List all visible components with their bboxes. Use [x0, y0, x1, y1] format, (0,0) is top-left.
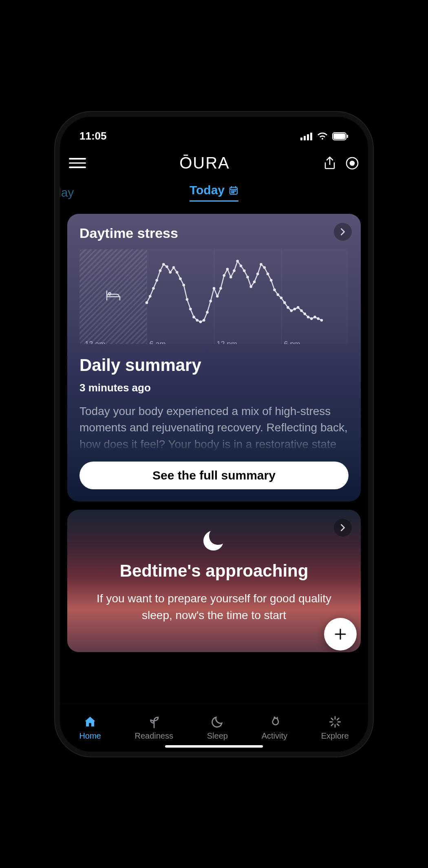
svg-rect-6 — [347, 135, 348, 138]
svg-point-67 — [317, 317, 320, 320]
battery-icon — [332, 132, 349, 140]
tab-label: Activity — [262, 731, 287, 741]
card-forward-button[interactable] — [334, 223, 352, 241]
x-label: 6 pm — [284, 340, 300, 344]
tab-home[interactable]: Home — [79, 715, 101, 741]
svg-point-55 — [276, 293, 279, 296]
svg-point-24 — [172, 266, 175, 269]
svg-point-11 — [233, 191, 234, 191]
svg-point-35 — [209, 300, 212, 302]
menu-button[interactable] — [69, 158, 86, 168]
svg-point-30 — [192, 315, 195, 318]
svg-point-25 — [176, 271, 179, 273]
svg-point-50 — [260, 263, 263, 266]
bedtime-title: Bedtime's approaching — [79, 561, 349, 581]
cellular-icon — [300, 132, 313, 140]
svg-point-28 — [186, 298, 189, 301]
svg-point-59 — [290, 309, 293, 312]
tab-readiness[interactable]: Readiness — [135, 715, 173, 741]
svg-point-57 — [283, 301, 286, 304]
add-button[interactable] — [324, 618, 357, 650]
svg-point-65 — [310, 317, 313, 320]
svg-point-29 — [189, 308, 192, 311]
svg-point-46 — [246, 275, 249, 278]
tab-label: Home — [79, 731, 101, 741]
svg-point-26 — [179, 277, 182, 280]
svg-point-60 — [293, 308, 296, 311]
svg-point-63 — [303, 312, 306, 315]
x-label: 12 pm — [217, 340, 237, 344]
svg-point-48 — [253, 280, 256, 283]
svg-point-44 — [240, 264, 243, 267]
share-icon[interactable] — [323, 156, 336, 170]
stress-chart: 12 am 6 am 12 pm 6 pm — [79, 249, 349, 344]
svg-point-36 — [213, 287, 216, 290]
plus-icon — [333, 627, 348, 642]
svg-point-51 — [263, 266, 266, 269]
svg-point-37 — [216, 295, 219, 297]
home-indicator[interactable] — [165, 745, 263, 748]
svg-rect-1 — [304, 136, 306, 140]
see-full-summary-button[interactable]: See the full summary — [79, 462, 349, 489]
tab-activity[interactable]: Activity — [262, 715, 287, 741]
phone-frame: 11:05 ŌURA rday Today — [55, 112, 373, 757]
tab-bar: Home Readiness Sleep Activity Explore — [60, 704, 368, 752]
content-scroll[interactable]: Daytime stress 12 am 6 am 12 pm 6 pm — [60, 204, 368, 704]
home-icon — [83, 715, 97, 729]
svg-rect-2 — [307, 134, 309, 140]
record-icon[interactable] — [345, 156, 359, 170]
svg-point-56 — [280, 296, 283, 299]
svg-point-34 — [206, 311, 209, 313]
chevron-right-icon — [338, 227, 347, 236]
svg-point-33 — [203, 319, 205, 322]
svg-rect-5 — [333, 133, 345, 139]
svg-point-18 — [152, 287, 155, 290]
x-label: 6 am — [150, 340, 166, 344]
day-tab-today[interactable]: Today — [190, 183, 238, 202]
svg-point-47 — [249, 285, 252, 288]
svg-point-10 — [232, 191, 232, 191]
bedtime-card[interactable]: Bedtime's approaching If you want to pre… — [67, 510, 361, 652]
svg-point-13 — [232, 192, 232, 193]
svg-point-62 — [300, 309, 303, 312]
app-header: ŌURA — [60, 149, 368, 178]
tab-label: Explore — [321, 731, 349, 741]
burst-icon — [328, 715, 342, 729]
moon-icon — [202, 526, 226, 551]
svg-point-38 — [219, 287, 222, 290]
svg-point-68 — [320, 319, 323, 322]
status-time: 11:05 — [79, 130, 107, 142]
daily-summary-title: Daily summary — [79, 355, 349, 375]
wifi-icon — [317, 132, 328, 140]
svg-point-52 — [267, 272, 269, 275]
svg-point-23 — [169, 271, 172, 273]
day-tab-today-label: Today — [190, 183, 225, 197]
svg-point-43 — [236, 260, 239, 262]
flame-icon — [267, 715, 281, 729]
card-forward-button[interactable] — [334, 519, 352, 537]
svg-point-12 — [235, 191, 236, 191]
svg-point-31 — [196, 319, 199, 322]
svg-point-17 — [149, 295, 152, 297]
svg-point-22 — [165, 265, 168, 268]
tab-sleep[interactable]: Sleep — [207, 715, 228, 741]
x-label: 12 am — [85, 340, 105, 344]
day-tab-yesterday[interactable]: rday — [55, 186, 74, 200]
day-tabs: rday Today — [60, 181, 368, 204]
daytime-stress-card[interactable]: Daytime stress 12 am 6 am 12 pm 6 pm — [67, 214, 361, 502]
svg-point-54 — [273, 289, 276, 291]
moon-small-icon — [210, 715, 224, 729]
tab-explore[interactable]: Explore — [321, 715, 349, 741]
status-bar: 11:05 — [60, 124, 368, 149]
svg-point-16 — [146, 301, 148, 304]
svg-point-27 — [182, 284, 185, 286]
svg-point-14 — [233, 192, 234, 193]
daily-summary-time: 3 minutes ago — [79, 382, 349, 394]
svg-point-49 — [256, 272, 259, 275]
svg-point-8 — [350, 161, 354, 165]
svg-point-32 — [199, 320, 202, 323]
tab-label: Sleep — [207, 731, 228, 741]
sprout-icon — [147, 715, 161, 729]
tab-label: Readiness — [135, 731, 173, 741]
svg-rect-3 — [310, 133, 312, 140]
